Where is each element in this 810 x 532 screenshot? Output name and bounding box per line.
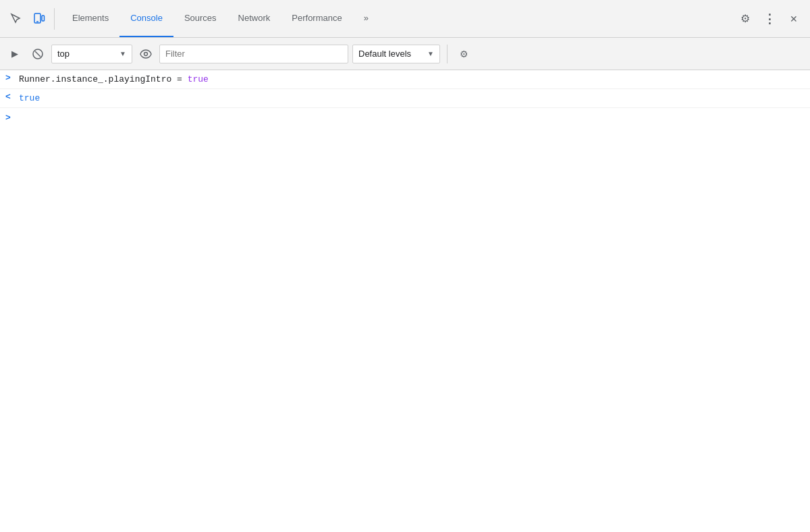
tab-overflow[interactable]: »	[353, 0, 379, 37]
close-button[interactable]: ✕	[783, 8, 805, 30]
execute-script-button[interactable]: ▶	[5, 45, 24, 63]
eye-icon	[140, 49, 152, 59]
context-select-label: top	[57, 49, 115, 59]
console-toolbar: ▶ top ▼ Default levels ▼ ⚙	[0, 38, 810, 70]
clear-icon	[32, 49, 43, 59]
input-content-1: Runner.instance_.playingIntro = true	[19, 72, 805, 86]
clear-console-button[interactable]	[28, 45, 47, 63]
settings-icon: ⚙	[740, 12, 750, 25]
device-toolbar-button[interactable]	[28, 8, 50, 30]
close-icon: ✕	[790, 14, 798, 24]
filter-input[interactable]	[165, 49, 342, 59]
filter-input-container	[159, 45, 348, 63]
toolbar-separator-1	[54, 8, 55, 30]
console-prompt-line[interactable]: >	[0, 108, 810, 127]
prompt-arrow: >	[5, 112, 19, 123]
tab-network[interactable]: Network	[227, 0, 281, 37]
execute-icon: ▶	[11, 49, 18, 59]
code-text-1: Runner.instance_.playingIntro =	[19, 74, 188, 84]
tabs-container: Elements Console Sources Network Perform…	[61, 0, 733, 37]
console-input-line-1: > Runner.instance_.playingIntro = true	[0, 70, 810, 89]
console-settings-icon: ⚙	[460, 49, 468, 59]
prompt-cursor[interactable]	[19, 117, 805, 118]
device-icon	[33, 13, 45, 25]
levels-select[interactable]: Default levels ▼	[352, 45, 440, 63]
devtools-top-toolbar: Elements Console Sources Network Perform…	[0, 0, 810, 38]
tab-performance[interactable]: Performance	[281, 0, 352, 37]
settings-button[interactable]: ⚙	[734, 8, 756, 30]
toolbar-actions: ⚙ ⋮ ✕	[734, 8, 805, 30]
console-output: > Runner.instance_.playingIntro = true <…	[0, 70, 810, 532]
console-settings-button[interactable]: ⚙	[454, 45, 473, 63]
svg-rect-1	[42, 16, 45, 21]
console-output-line-1: < true	[0, 89, 810, 108]
context-arrow-icon: ▼	[119, 50, 126, 57]
output-content-1: true	[19, 91, 805, 105]
tab-elements[interactable]: Elements	[61, 0, 119, 37]
svg-line-4	[35, 51, 40, 57]
levels-select-label: Default levels	[358, 49, 423, 59]
live-expressions-button[interactable]	[136, 45, 155, 63]
context-select[interactable]: top ▼	[51, 45, 132, 63]
input-arrow-1: >	[5, 72, 19, 83]
output-value-true: true	[19, 93, 40, 103]
inspect-icon	[10, 13, 22, 25]
code-value-true-1: true	[188, 74, 209, 84]
console-toolbar-separator	[447, 45, 448, 63]
inspect-element-button[interactable]	[5, 8, 27, 30]
output-arrow-1: <	[5, 91, 19, 102]
tab-console[interactable]: Console	[119, 0, 173, 37]
more-icon: ⋮	[763, 11, 776, 26]
svg-point-5	[144, 52, 148, 55]
levels-arrow-icon: ▼	[427, 50, 434, 57]
tab-sources[interactable]: Sources	[173, 0, 227, 37]
more-options-button[interactable]: ⋮	[759, 8, 780, 30]
